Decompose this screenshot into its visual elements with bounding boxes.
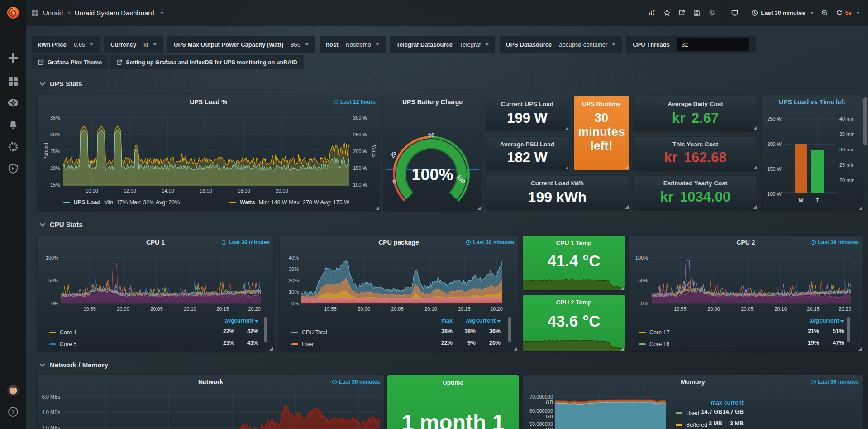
var-ups-max-watt[interactable]: UPS Max Output Power Capacity (Watt)865 <box>167 36 315 53</box>
dashboard-settings-button[interactable] <box>705 6 718 20</box>
panel-time-range[interactable]: Last 30 minutes <box>811 239 859 246</box>
axis-tick: 35 min <box>839 131 861 137</box>
legend-scrollbar[interactable] <box>264 317 267 342</box>
axis-tick: T <box>813 198 822 203</box>
explore-compass-icon[interactable] <box>8 97 19 108</box>
var-currency[interactable]: Currencykr <box>104 36 163 53</box>
panel-title[interactable]: UPS Load % <box>56 98 361 106</box>
legend-item[interactable]: UPS LoadMin: 17% Max: 32% Avg: 20% <box>63 198 180 206</box>
zoom-out-button[interactable] <box>818 6 831 20</box>
stat-value: 41.4 °C <box>523 252 625 270</box>
section-network-memory[interactable]: Network / Memory <box>40 361 108 369</box>
save-button[interactable] <box>690 6 703 20</box>
panel-title[interactable]: Current UPS Load <box>488 101 566 107</box>
panel-cpu-package: CPU package Last 30 minutes 40% 30% 20% … <box>280 236 518 351</box>
link-grafana-plex-theme[interactable]: Grafana Plex Theme <box>32 55 108 69</box>
legend-item[interactable]: User <box>291 340 314 348</box>
panel-title[interactable]: Average PSU Load <box>488 141 566 148</box>
legend-item[interactable]: Core 5 <box>49 340 77 348</box>
panel-title[interactable]: CPU 1 Temp <box>526 240 622 246</box>
var-host[interactable]: hostNostromo <box>320 36 386 53</box>
server-admin-shield-icon[interactable] <box>8 163 19 174</box>
legend-item[interactable]: Core 1 <box>49 328 77 336</box>
panel-title[interactable]: UPS Battery Charge <box>388 98 477 106</box>
axis-tick: 18:00 <box>233 188 255 193</box>
breadcrumb-root[interactable]: Unraid <box>43 9 63 17</box>
legend-item[interactable]: Core 16 <box>639 340 669 348</box>
axis-tick: 16:00 <box>195 188 217 193</box>
panel-time-range[interactable]: Last 30 minutes <box>221 239 270 246</box>
axis-tick: 60.000000 GB <box>523 408 553 419</box>
panel-title[interactable]: Memory <box>541 378 844 386</box>
cpu2-chart <box>652 256 851 304</box>
legend-header-current[interactable]: current <box>707 400 744 406</box>
time-range-picker[interactable]: Last 30 minutes <box>749 6 816 20</box>
legend-item[interactable]: CPU Total <box>291 328 327 336</box>
axis-tick: 20:05 <box>147 306 167 312</box>
legend-item[interactable]: WattsMin: 148 W Max: 278 W Avg: 175 W <box>229 198 349 206</box>
legend-header-current[interactable]: current <box>464 318 501 324</box>
panel-title[interactable]: UPS Load vs Time left <box>765 98 859 106</box>
axis-tick: 35% <box>42 115 60 121</box>
axis-tick: 20% <box>42 165 60 171</box>
axis-tick: 12:00 <box>119 188 141 193</box>
axis-tick: 100% <box>41 255 58 260</box>
share-button[interactable] <box>675 6 688 20</box>
panel-time-range[interactable]: Last 12 hours <box>333 99 376 105</box>
network-chart <box>63 389 380 429</box>
var-telegraf-datasource[interactable]: Telegraf DatasourceTelegraf <box>390 36 495 53</box>
cpu-threads-input[interactable] <box>677 38 749 51</box>
axis-tick: 20:00 <box>271 188 293 193</box>
axis-tick: 25% <box>42 149 60 154</box>
kiosk-mode-button[interactable] <box>728 6 741 20</box>
section-ups-stats[interactable]: UPS Stats <box>40 80 82 87</box>
panel-title[interactable]: Average Daily Cost <box>636 101 754 107</box>
panel-title[interactable]: CPU 2 Temp <box>526 299 622 306</box>
apps-grid-icon[interactable] <box>31 9 39 17</box>
add-panel-button[interactable] <box>645 6 658 20</box>
legend-swatch <box>229 202 236 203</box>
link-ups-monitoring-guide[interactable]: Setting up Grafana and InfluxDB for UPS … <box>110 55 303 69</box>
panel-cpu1-temp: CPU 1 Temp 41.4 °C <box>523 236 625 290</box>
panel-title[interactable]: Uptime <box>390 379 516 386</box>
axis-tick: 0% <box>282 301 299 306</box>
var-kwh-price[interactable]: kWh Price0.65 <box>32 36 100 53</box>
star-button[interactable] <box>660 6 673 20</box>
panel-title[interactable]: Network <box>56 378 366 386</box>
panel-title[interactable]: UPS Runtime <box>577 101 626 107</box>
panel-cpu2-temp: CPU 2 Temp 43.6 °C <box>523 295 625 351</box>
legend-header-current[interactable]: current <box>808 318 844 324</box>
axis-tick: 20:10 <box>771 306 791 312</box>
legend-header-current[interactable]: current <box>222 318 258 324</box>
panel-current-load-kwh: Current Load kWh 199 kWh <box>486 176 629 209</box>
refresh-button[interactable]: 5s <box>833 6 863 20</box>
configuration-gear-icon[interactable] <box>8 141 19 152</box>
chevron-down-icon[interactable] <box>160 12 164 14</box>
panel-ups-battery-charge: UPS Battery Charge 0 20 50 100 100% <box>384 95 481 211</box>
panel-title[interactable]: Estimated Yearly Cost <box>636 180 754 187</box>
panel-title[interactable]: This Years Cost <box>636 141 754 148</box>
legend-item[interactable]: Core 17 <box>639 328 669 336</box>
legend-scrollbar[interactable] <box>847 317 850 342</box>
panel-average-daily-cost: Average Daily Cost kr2.67 <box>634 96 757 130</box>
dashboard-title[interactable]: Unraid System Dashboard <box>75 9 154 17</box>
create-plus-icon[interactable] <box>8 53 19 63</box>
dashboards-icon[interactable] <box>8 76 19 87</box>
legend-value: 3 MB <box>707 420 744 427</box>
chevron-down-icon <box>90 43 93 46</box>
axis-tick: 2.0 MBs <box>40 425 60 429</box>
page-scrollbar[interactable] <box>863 97 867 145</box>
panel-time-range[interactable]: Last 30 minutes <box>466 239 514 246</box>
help-icon[interactable]: ? <box>8 406 19 417</box>
legend-scrollbar[interactable] <box>508 317 511 342</box>
alerting-bell-icon[interactable] <box>8 119 19 130</box>
user-avatar[interactable] <box>7 384 19 396</box>
var-ups-datasource[interactable]: UPS Datasourceapcupsd-container <box>500 36 622 53</box>
axis-tick: 150 W <box>763 166 782 172</box>
panel-time-range[interactable]: Last 30 minutes <box>332 379 380 385</box>
panel-time-range[interactable]: Last 30 minutes <box>811 379 859 385</box>
section-cpu-stats[interactable]: CPU Stats <box>40 221 83 228</box>
panel-title[interactable]: Current Load kWh <box>488 180 626 187</box>
grafana-logo[interactable] <box>5 5 21 20</box>
clock-icon <box>221 240 227 245</box>
